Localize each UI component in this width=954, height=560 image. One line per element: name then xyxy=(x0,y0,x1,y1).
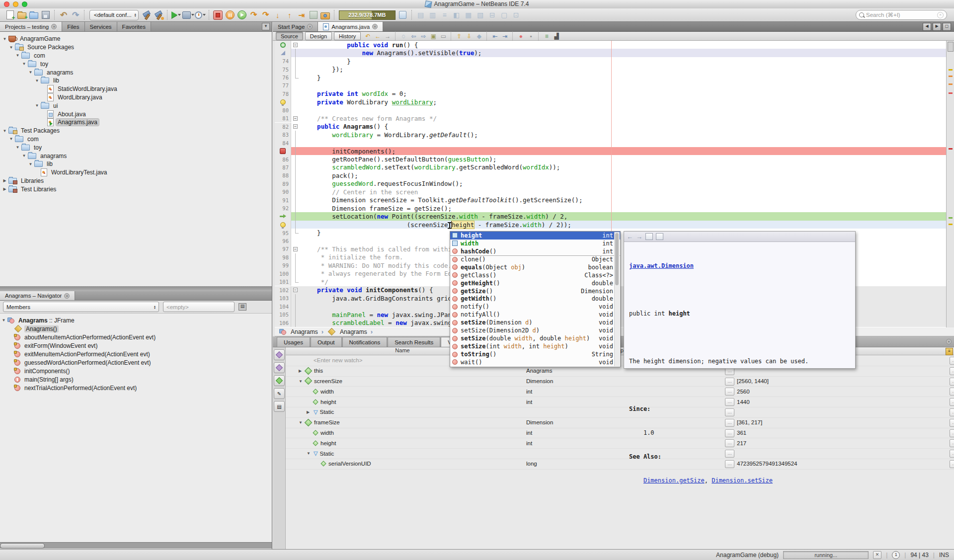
new-file-icon[interactable] xyxy=(4,9,16,20)
continue-icon[interactable] xyxy=(236,9,248,20)
code-line[interactable]: 84 xyxy=(275,139,946,147)
tree-item[interactable]: ▶Libraries xyxy=(2,177,119,185)
javadoc-class-link[interactable]: java.awt.Dimension xyxy=(629,262,694,269)
expander-icon[interactable]: ▼ xyxy=(21,154,27,158)
line-gutter[interactable]: 80 xyxy=(275,106,291,114)
line-gutter[interactable]: 81 xyxy=(275,114,291,122)
tree-item[interactable]: ▼Source Packages xyxy=(2,43,119,52)
code-line[interactable]: 91 Dimension screenSize = Toolkit.getDef… xyxy=(275,196,946,204)
run-annotation-icon[interactable] xyxy=(280,42,286,48)
line-gutter[interactable] xyxy=(275,147,291,155)
warning-bulb-icon[interactable] xyxy=(280,99,286,105)
variables-window-icon[interactable]: ◧ xyxy=(451,9,463,20)
call-stack-icon[interactable]: ≡ xyxy=(439,9,451,20)
expander-icon[interactable]: ▼ xyxy=(28,70,33,75)
value-options-button[interactable]: … xyxy=(950,378,954,386)
tree-item[interactable]: ▼anagrams xyxy=(2,68,119,77)
code-line[interactable]: 89 guessedWord.requestFocusInWindow(); xyxy=(275,180,946,188)
fold-margin[interactable] xyxy=(292,41,300,49)
code-line[interactable]: 82 public Anagrams() { xyxy=(275,123,946,131)
threads-icon[interactable]: ▥ xyxy=(427,9,439,20)
line-gutter[interactable] xyxy=(275,221,291,229)
line-gutter[interactable]: 106 xyxy=(275,319,291,326)
close-window-button[interactable] xyxy=(4,1,9,7)
line-gutter[interactable]: 96 xyxy=(275,237,291,245)
value-options-button[interactable]: … xyxy=(950,408,954,416)
line-gutter[interactable]: 101 xyxy=(275,278,291,286)
completion-item[interactable]: heightint xyxy=(450,232,620,240)
code-line[interactable]: 77 xyxy=(275,81,946,89)
tree-item[interactable]: StaticWordLibrary.java xyxy=(2,85,119,93)
completion-item[interactable]: widthint xyxy=(450,240,620,247)
tab-files[interactable]: Files xyxy=(62,22,84,31)
run-to-cursor-icon[interactable]: ⇥ xyxy=(296,9,308,20)
completion-item[interactable]: setSize(int width, int height)void xyxy=(450,342,620,350)
navigator-member[interactable]: ▼Anagrams :: JFrame xyxy=(1,316,157,324)
gc-icon[interactable] xyxy=(397,9,409,20)
search-input[interactable]: Search (⌘+I)× xyxy=(856,10,947,20)
line-gutter[interactable] xyxy=(275,49,291,57)
expander-icon[interactable]: ▼ xyxy=(21,62,27,66)
value-options-button[interactable]: … xyxy=(950,439,954,447)
tab-favorites[interactable]: Favorites xyxy=(117,22,151,31)
show-in-browser-icon[interactable] xyxy=(645,233,653,240)
tree-item[interactable]: ▼anagrams xyxy=(2,152,119,160)
take-snapshot-icon[interactable] xyxy=(319,9,331,20)
tab-services[interactable]: Services xyxy=(85,22,117,31)
expander-icon[interactable]: ▼ xyxy=(34,79,40,83)
tree-item[interactable]: WordLibraryTest.java xyxy=(2,168,119,177)
tree-item[interactable]: ▼com xyxy=(2,135,119,144)
expander-icon[interactable]: ▼ xyxy=(8,45,14,50)
navigator-splitter[interactable] xyxy=(0,286,272,291)
line-gutter[interactable]: 78 xyxy=(275,90,291,98)
tree-item[interactable]: ▶Test Libraries xyxy=(2,185,119,193)
fold-margin[interactable] xyxy=(292,114,300,122)
line-gutter[interactable]: 91 xyxy=(275,196,291,204)
start-macro-icon[interactable]: ▪ xyxy=(526,32,536,40)
last-edit-icon[interactable]: ↶ xyxy=(363,32,373,40)
close-icon[interactable]: × xyxy=(307,24,313,29)
caret-history-icon[interactable] xyxy=(281,51,285,55)
javadoc-see-link[interactable]: Dimension.getSize xyxy=(643,477,705,484)
run-icon[interactable] xyxy=(170,9,182,20)
tab-notifications[interactable]: Notifications xyxy=(342,337,388,347)
line-gutter[interactable]: 92 xyxy=(275,204,291,212)
breakpoint-icon[interactable] xyxy=(280,148,286,154)
open-project-icon[interactable] xyxy=(28,9,40,20)
value-options-button[interactable]: … xyxy=(950,460,954,468)
scroll-tabs-left-icon[interactable]: ◀ xyxy=(923,23,931,31)
code-line[interactable]: new Anagrams().setVisible(true); xyxy=(275,49,946,57)
line-gutter[interactable]: 95 xyxy=(275,229,291,237)
tree-item[interactable]: WordLibrary.java xyxy=(2,93,119,102)
forward-icon[interactable]: → xyxy=(383,32,393,40)
navigator-member[interactable]: Anagrams() xyxy=(1,324,157,333)
sources-icon[interactable]: ▧ xyxy=(475,9,486,20)
code-line[interactable]: 92 Dimension frameSize = getSize(); xyxy=(275,204,946,212)
completion-item[interactable]: getClass()Class<?> xyxy=(450,271,620,279)
line-gutter[interactable] xyxy=(275,41,291,49)
expander-icon[interactable]: ▶ xyxy=(299,369,302,373)
value-options-button[interactable]: … xyxy=(950,367,954,375)
history-view-button[interactable]: History xyxy=(334,32,361,40)
line-gutter[interactable]: 82 xyxy=(275,123,291,131)
javadoc-forward-icon[interactable]: → xyxy=(636,233,642,240)
fold-margin[interactable] xyxy=(292,286,300,294)
tree-item[interactable]: ▼com xyxy=(2,52,119,60)
code-line[interactable]: 87 scrambledWord.setText(wordLibrary.get… xyxy=(275,163,946,171)
javadoc-back-icon[interactable]: ← xyxy=(627,233,633,240)
expander-icon[interactable]: ▶ xyxy=(307,410,310,414)
line-gutter[interactable]: 90 xyxy=(275,188,291,196)
program-counter-icon[interactable] xyxy=(280,214,286,219)
expander-icon[interactable]: ▼ xyxy=(299,379,303,384)
completion-item[interactable]: equals(Object obj)boolean xyxy=(450,263,620,271)
navigator-filter-input[interactable]: <empty> xyxy=(163,302,235,312)
code-line[interactable]: 76 } xyxy=(275,74,946,81)
tree-item[interactable]: ▼Test Packages xyxy=(2,127,119,135)
completion-item[interactable]: setSize(Dimension2D d)void xyxy=(450,326,620,334)
code-line[interactable]: setLocation(new Point((screenSize.width … xyxy=(275,212,946,220)
toggle-highlight-icon[interactable]: ▣ xyxy=(428,32,438,40)
table-settings-icon[interactable]: ≡ xyxy=(946,348,953,355)
line-gutter[interactable]: 88 xyxy=(275,171,291,179)
projects-horizontal-scrollbar[interactable] xyxy=(0,542,272,549)
navigator-member[interactable]: exitForm(WindowEvent evt) xyxy=(1,341,157,350)
